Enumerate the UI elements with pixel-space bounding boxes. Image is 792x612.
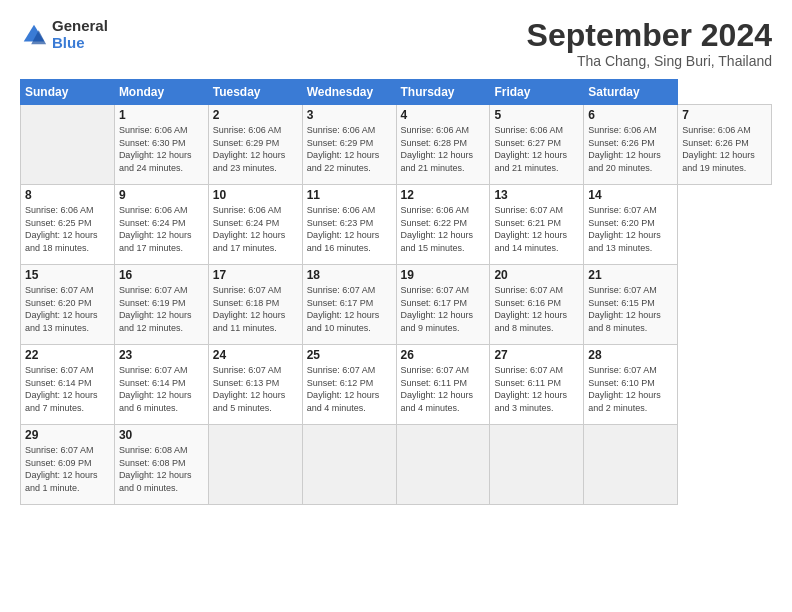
day-number: 7 [682, 108, 767, 122]
month-title: September 2024 [527, 18, 772, 53]
day-number: 14 [588, 188, 673, 202]
day-number: 22 [25, 348, 110, 362]
day-info: Sunrise: 6:07 AMSunset: 6:18 PMDaylight:… [213, 285, 286, 333]
day-cell: 2 Sunrise: 6:06 AMSunset: 6:29 PMDayligh… [208, 105, 302, 185]
day-cell: 21 Sunrise: 6:07 AMSunset: 6:15 PMDaylig… [584, 265, 678, 345]
day-cell: 20 Sunrise: 6:07 AMSunset: 6:16 PMDaylig… [490, 265, 584, 345]
day-number: 10 [213, 188, 298, 202]
day-cell: 13 Sunrise: 6:07 AMSunset: 6:21 PMDaylig… [490, 185, 584, 265]
week-row-4: 22 Sunrise: 6:07 AMSunset: 6:14 PMDaylig… [21, 345, 772, 425]
day-cell: 1 Sunrise: 6:06 AMSunset: 6:30 PMDayligh… [114, 105, 208, 185]
page: General Blue September 2024 Tha Chang, S… [0, 0, 792, 612]
day-cell [396, 425, 490, 505]
col-header-saturday: Saturday [584, 80, 678, 105]
day-cell [208, 425, 302, 505]
day-info: Sunrise: 6:07 AMSunset: 6:13 PMDaylight:… [213, 365, 286, 413]
day-cell: 4 Sunrise: 6:06 AMSunset: 6:28 PMDayligh… [396, 105, 490, 185]
day-info: Sunrise: 6:07 AMSunset: 6:14 PMDaylight:… [25, 365, 98, 413]
day-number: 17 [213, 268, 298, 282]
day-info: Sunrise: 6:07 AMSunset: 6:11 PMDaylight:… [401, 365, 474, 413]
day-cell: 11 Sunrise: 6:06 AMSunset: 6:23 PMDaylig… [302, 185, 396, 265]
title-area: September 2024 Tha Chang, Sing Buri, Tha… [527, 18, 772, 69]
day-number: 13 [494, 188, 579, 202]
day-number: 21 [588, 268, 673, 282]
day-info: Sunrise: 6:06 AMSunset: 6:28 PMDaylight:… [401, 125, 474, 173]
day-info: Sunrise: 6:07 AMSunset: 6:10 PMDaylight:… [588, 365, 661, 413]
day-number: 12 [401, 188, 486, 202]
day-info: Sunrise: 6:06 AMSunset: 6:27 PMDaylight:… [494, 125, 567, 173]
day-info: Sunrise: 6:07 AMSunset: 6:17 PMDaylight:… [401, 285, 474, 333]
day-cell: 28 Sunrise: 6:07 AMSunset: 6:10 PMDaylig… [584, 345, 678, 425]
logo-text: General Blue [52, 18, 108, 51]
day-cell: 17 Sunrise: 6:07 AMSunset: 6:18 PMDaylig… [208, 265, 302, 345]
day-cell: 25 Sunrise: 6:07 AMSunset: 6:12 PMDaylig… [302, 345, 396, 425]
day-info: Sunrise: 6:07 AMSunset: 6:14 PMDaylight:… [119, 365, 192, 413]
week-row-3: 15 Sunrise: 6:07 AMSunset: 6:20 PMDaylig… [21, 265, 772, 345]
day-cell: 15 Sunrise: 6:07 AMSunset: 6:20 PMDaylig… [21, 265, 115, 345]
logo-icon [20, 21, 48, 49]
day-cell: 14 Sunrise: 6:07 AMSunset: 6:20 PMDaylig… [584, 185, 678, 265]
day-cell: 6 Sunrise: 6:06 AMSunset: 6:26 PMDayligh… [584, 105, 678, 185]
day-cell: 19 Sunrise: 6:07 AMSunset: 6:17 PMDaylig… [396, 265, 490, 345]
day-cell [302, 425, 396, 505]
day-info: Sunrise: 6:08 AMSunset: 6:08 PMDaylight:… [119, 445, 192, 493]
day-number: 26 [401, 348, 486, 362]
day-number: 29 [25, 428, 110, 442]
week-row-5: 29 Sunrise: 6:07 AMSunset: 6:09 PMDaylig… [21, 425, 772, 505]
day-cell [21, 105, 115, 185]
day-cell: 16 Sunrise: 6:07 AMSunset: 6:19 PMDaylig… [114, 265, 208, 345]
day-info: Sunrise: 6:06 AMSunset: 6:24 PMDaylight:… [213, 205, 286, 253]
header: General Blue September 2024 Tha Chang, S… [20, 18, 772, 69]
logo-general: General [52, 18, 108, 35]
day-cell: 12 Sunrise: 6:06 AMSunset: 6:22 PMDaylig… [396, 185, 490, 265]
day-number: 5 [494, 108, 579, 122]
day-number: 4 [401, 108, 486, 122]
location: Tha Chang, Sing Buri, Thailand [527, 53, 772, 69]
calendar-table: SundayMondayTuesdayWednesdayThursdayFrid… [20, 79, 772, 505]
logo: General Blue [20, 18, 108, 51]
day-number: 19 [401, 268, 486, 282]
col-header-thursday: Thursday [396, 80, 490, 105]
day-cell: 9 Sunrise: 6:06 AMSunset: 6:24 PMDayligh… [114, 185, 208, 265]
day-cell [584, 425, 678, 505]
day-number: 23 [119, 348, 204, 362]
day-number: 30 [119, 428, 204, 442]
day-cell: 10 Sunrise: 6:06 AMSunset: 6:24 PMDaylig… [208, 185, 302, 265]
day-cell: 5 Sunrise: 6:06 AMSunset: 6:27 PMDayligh… [490, 105, 584, 185]
day-info: Sunrise: 6:07 AMSunset: 6:15 PMDaylight:… [588, 285, 661, 333]
day-number: 11 [307, 188, 392, 202]
day-cell: 8 Sunrise: 6:06 AMSunset: 6:25 PMDayligh… [21, 185, 115, 265]
day-number: 3 [307, 108, 392, 122]
day-info: Sunrise: 6:07 AMSunset: 6:17 PMDaylight:… [307, 285, 380, 333]
day-info: Sunrise: 6:07 AMSunset: 6:09 PMDaylight:… [25, 445, 98, 493]
day-cell: 30 Sunrise: 6:08 AMSunset: 6:08 PMDaylig… [114, 425, 208, 505]
day-info: Sunrise: 6:06 AMSunset: 6:23 PMDaylight:… [307, 205, 380, 253]
day-number: 16 [119, 268, 204, 282]
day-number: 1 [119, 108, 204, 122]
day-cell: 24 Sunrise: 6:07 AMSunset: 6:13 PMDaylig… [208, 345, 302, 425]
logo-blue-text: Blue [52, 35, 108, 52]
day-number: 8 [25, 188, 110, 202]
col-header-tuesday: Tuesday [208, 80, 302, 105]
day-number: 18 [307, 268, 392, 282]
day-info: Sunrise: 6:07 AMSunset: 6:12 PMDaylight:… [307, 365, 380, 413]
day-cell: 7 Sunrise: 6:06 AMSunset: 6:26 PMDayligh… [678, 105, 772, 185]
day-info: Sunrise: 6:07 AMSunset: 6:19 PMDaylight:… [119, 285, 192, 333]
day-info: Sunrise: 6:06 AMSunset: 6:22 PMDaylight:… [401, 205, 474, 253]
day-number: 24 [213, 348, 298, 362]
day-cell: 3 Sunrise: 6:06 AMSunset: 6:29 PMDayligh… [302, 105, 396, 185]
day-cell: 27 Sunrise: 6:07 AMSunset: 6:11 PMDaylig… [490, 345, 584, 425]
day-number: 2 [213, 108, 298, 122]
day-info: Sunrise: 6:07 AMSunset: 6:20 PMDaylight:… [25, 285, 98, 333]
day-number: 25 [307, 348, 392, 362]
col-header-friday: Friday [490, 80, 584, 105]
day-cell: 22 Sunrise: 6:07 AMSunset: 6:14 PMDaylig… [21, 345, 115, 425]
day-info: Sunrise: 6:06 AMSunset: 6:26 PMDaylight:… [588, 125, 661, 173]
week-row-2: 8 Sunrise: 6:06 AMSunset: 6:25 PMDayligh… [21, 185, 772, 265]
day-cell: 23 Sunrise: 6:07 AMSunset: 6:14 PMDaylig… [114, 345, 208, 425]
day-cell: 18 Sunrise: 6:07 AMSunset: 6:17 PMDaylig… [302, 265, 396, 345]
day-info: Sunrise: 6:07 AMSunset: 6:16 PMDaylight:… [494, 285, 567, 333]
col-header-monday: Monday [114, 80, 208, 105]
col-header-wednesday: Wednesday [302, 80, 396, 105]
day-number: 6 [588, 108, 673, 122]
